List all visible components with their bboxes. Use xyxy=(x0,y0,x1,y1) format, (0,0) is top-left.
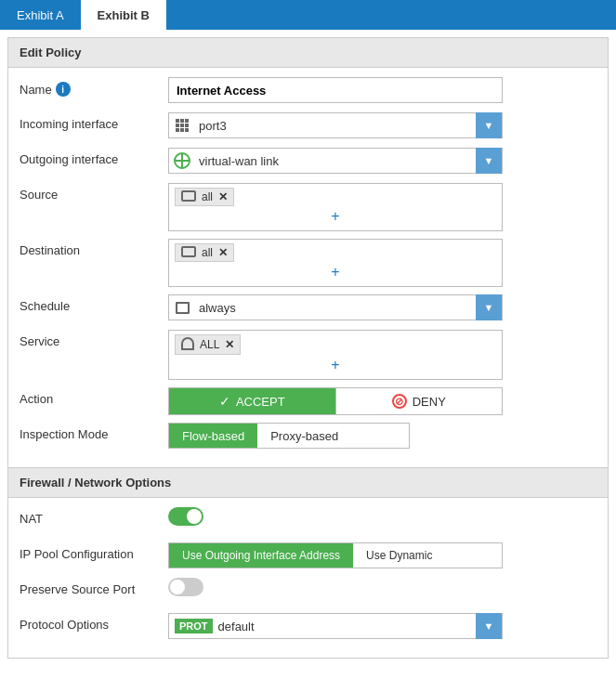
source-tag-label: all xyxy=(202,190,213,203)
preserve-source-port-toggle-track xyxy=(168,578,203,596)
service-tags-row: ALL ✕ xyxy=(175,334,496,355)
nat-toggle-track xyxy=(168,507,203,526)
ip-pool-group: Use Outgoing Interface Address Use Dynam… xyxy=(168,542,503,568)
source-tag-close[interactable]: ✕ xyxy=(218,190,228,203)
outgoing-interface-row: Outgoing interface virtual-wan link ▼ xyxy=(20,148,596,176)
destination-value: all ✕ + xyxy=(168,239,596,287)
destination-tag-close[interactable]: ✕ xyxy=(218,246,228,259)
preserve-source-port-value xyxy=(168,578,596,599)
inspection-mode-group: Flow-based Proxy-based xyxy=(168,423,410,449)
destination-label: Destination xyxy=(20,239,168,257)
preserve-source-port-label: Preserve Source Port xyxy=(20,578,168,596)
destination-multi-box: all ✕ + xyxy=(168,239,503,287)
name-row: Name i xyxy=(20,77,596,105)
service-tag-all: ALL ✕ xyxy=(175,334,241,355)
nat-label: NAT xyxy=(20,507,168,526)
ip-pool-label: IP Pool Configuration xyxy=(20,542,168,561)
protocol-options-row: Protocol Options PROT default ▼ xyxy=(20,613,596,641)
schedule-icon xyxy=(169,302,195,314)
preserve-source-port-toggle-thumb xyxy=(170,580,185,594)
protocol-options-label: Protocol Options xyxy=(20,613,168,632)
incoming-interface-select[interactable]: port3 ▼ xyxy=(168,112,503,138)
calendar-icon xyxy=(176,302,190,314)
name-label: Name i xyxy=(20,77,168,97)
outgoing-interface-label: Outgoing interface xyxy=(20,148,168,166)
schedule-value: always ▼ xyxy=(168,294,596,320)
incoming-interface-icon xyxy=(169,119,195,132)
source-add-button[interactable]: + xyxy=(175,206,496,227)
incoming-interface-value: port3 ▼ xyxy=(168,112,596,138)
globe-icon xyxy=(174,152,190,169)
proto-dropdown-arrow[interactable]: ▼ xyxy=(476,613,502,639)
grid-icon xyxy=(176,119,189,132)
destination-tag-label: all xyxy=(202,246,213,259)
use-dynamic-button[interactable]: Use Dynamic xyxy=(353,543,445,568)
accept-check-icon: ✓ xyxy=(219,394,230,409)
service-value: ALL ✕ + xyxy=(168,330,596,380)
action-value: ✓ ACCEPT ⊘ DENY xyxy=(168,387,596,415)
network-options-header: Firewall / Network Options xyxy=(8,467,608,498)
name-value xyxy=(168,77,596,103)
proto-badge: PROT xyxy=(175,619,213,633)
incoming-dropdown-arrow[interactable]: ▼ xyxy=(476,112,502,138)
nat-row: NAT xyxy=(20,507,596,535)
use-outgoing-interface-button[interactable]: Use Outgoing Interface Address xyxy=(169,543,353,568)
outgoing-interface-text: virtual-wan link xyxy=(195,154,476,168)
deny-circle-icon: ⊘ xyxy=(392,394,407,409)
tab-bar: Exhibit A Exhibit B xyxy=(0,0,616,30)
action-label: Action xyxy=(20,387,168,406)
destination-tag-monitor-icon xyxy=(181,246,196,259)
service-label: Service xyxy=(20,330,168,348)
service-tag-close[interactable]: ✕ xyxy=(225,338,234,351)
protocol-options-select[interactable]: PROT default ▼ xyxy=(168,613,503,639)
outgoing-dropdown-arrow[interactable]: ▼ xyxy=(476,148,502,174)
incoming-interface-label: Incoming interface xyxy=(20,112,168,131)
source-row: Source all ✕ + xyxy=(20,183,596,231)
proxy-based-button[interactable]: Proxy-based xyxy=(257,424,351,448)
form-body: Name i Incoming interface xyxy=(8,68,608,467)
preserve-source-port-toggle[interactable] xyxy=(168,578,203,596)
schedule-select[interactable]: always ▼ xyxy=(168,294,503,320)
schedule-text: always xyxy=(195,301,476,315)
action-button-group: ✓ ACCEPT ⊘ DENY xyxy=(168,387,503,415)
incoming-interface-text: port3 xyxy=(195,119,476,133)
incoming-interface-row: Incoming interface port3 ▼ xyxy=(20,112,596,140)
service-row: Service ALL ✕ + xyxy=(20,330,596,380)
accept-label: ACCEPT xyxy=(236,395,285,409)
outgoing-interface-value: virtual-wan link ▼ xyxy=(168,148,596,174)
outgoing-interface-select[interactable]: virtual-wan link ▼ xyxy=(168,148,503,174)
ip-pool-row: IP Pool Configuration Use Outgoing Inter… xyxy=(20,542,596,570)
destination-tag-all: all ✕ xyxy=(175,243,234,262)
inspection-mode-row: Inspection Mode Flow-based Proxy-based xyxy=(20,423,596,450)
nat-value xyxy=(168,507,596,529)
protocol-options-value: PROT default ▼ xyxy=(168,613,596,639)
edit-policy-header: Edit Policy xyxy=(8,38,608,68)
schedule-label: Schedule xyxy=(20,294,168,313)
source-tag-monitor-icon xyxy=(181,190,196,203)
source-label: Source xyxy=(20,183,168,202)
deny-label: DENY xyxy=(413,395,446,409)
nat-toggle-thumb xyxy=(187,509,202,524)
source-tags-row: all ✕ xyxy=(175,188,496,206)
schedule-dropdown-arrow[interactable]: ▼ xyxy=(476,294,502,320)
source-value: all ✕ + xyxy=(168,183,596,231)
schedule-row: Schedule always ▼ xyxy=(20,294,596,322)
nat-toggle[interactable] xyxy=(168,507,203,526)
accept-button[interactable]: ✓ ACCEPT xyxy=(169,388,335,414)
network-form-body: NAT IP Pool Configuration Use Outgoing I… xyxy=(8,498,608,658)
tab-exhibit-b[interactable]: Exhibit B xyxy=(81,0,166,30)
name-input[interactable] xyxy=(168,77,503,103)
source-tag-all: all ✕ xyxy=(175,188,234,206)
tab-exhibit-a[interactable]: Exhibit A xyxy=(0,0,81,30)
flow-based-button[interactable]: Flow-based xyxy=(169,424,257,448)
destination-add-button[interactable]: + xyxy=(175,262,496,282)
name-info-icon[interactable]: i xyxy=(56,82,71,97)
outgoing-interface-icon xyxy=(169,152,195,169)
preserve-source-port-row: Preserve Source Port xyxy=(20,578,596,606)
destination-row: Destination all ✕ + xyxy=(20,239,596,287)
source-multi-box: all ✕ + xyxy=(168,183,503,231)
service-add-button[interactable]: + xyxy=(175,355,496,375)
inspection-mode-value: Flow-based Proxy-based xyxy=(168,423,596,449)
main-container: Edit Policy Name i Incoming interface xyxy=(7,37,609,659)
deny-button[interactable]: ⊘ DENY xyxy=(335,388,503,414)
